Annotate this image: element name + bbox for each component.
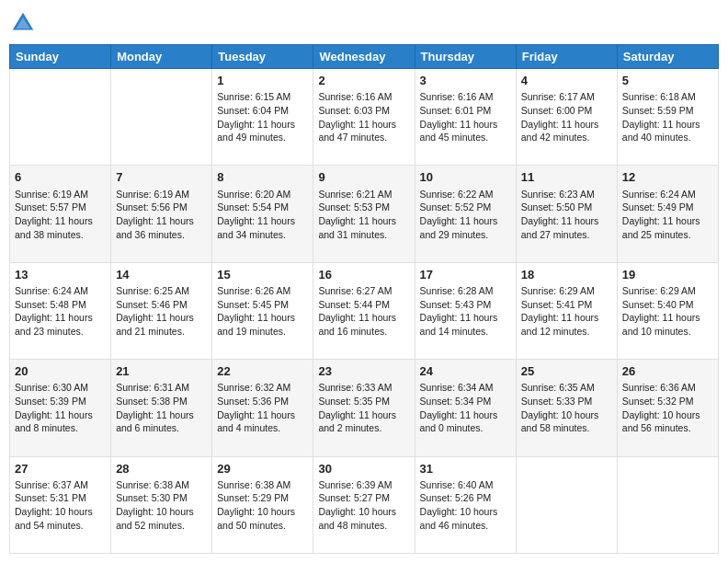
calendar-cell bbox=[617, 456, 718, 553]
day-number: 14 bbox=[116, 267, 207, 283]
sunset-text: Sunset: 5:27 PM bbox=[318, 492, 390, 503]
daylight-text: Daylight: 11 hours and 47 minutes. bbox=[318, 119, 396, 144]
daylight-text: Daylight: 11 hours and 40 minutes. bbox=[622, 119, 700, 144]
daylight-text: Daylight: 11 hours and 19 minutes. bbox=[217, 312, 295, 337]
calendar-header-row: SundayMondayTuesdayWednesdayThursdayFrid… bbox=[10, 45, 719, 69]
calendar-week-row: 6Sunrise: 6:19 AMSunset: 5:57 PMDaylight… bbox=[10, 166, 719, 262]
day-number: 20 bbox=[15, 363, 106, 380]
sunrise-text: Sunrise: 6:25 AM bbox=[116, 285, 189, 296]
sunrise-text: Sunrise: 6:38 AM bbox=[116, 479, 189, 490]
day-number: 27 bbox=[15, 461, 106, 477]
sunrise-text: Sunrise: 6:33 AM bbox=[318, 382, 392, 393]
logo bbox=[9, 9, 40, 37]
sunrise-text: Sunrise: 6:36 AM bbox=[622, 382, 696, 393]
sunrise-text: Sunrise: 6:24 AM bbox=[15, 285, 88, 296]
sunset-text: Sunset: 5:45 PM bbox=[217, 299, 289, 310]
daylight-text: Daylight: 11 hours and 8 minutes. bbox=[15, 409, 93, 434]
calendar-cell: 15Sunrise: 6:26 AMSunset: 5:45 PMDayligh… bbox=[212, 262, 313, 359]
sunset-text: Sunset: 5:54 PM bbox=[217, 201, 289, 213]
daylight-text: Daylight: 11 hours and 49 minutes. bbox=[217, 119, 295, 144]
day-number: 11 bbox=[521, 169, 612, 186]
calendar-cell: 21Sunrise: 6:31 AMSunset: 5:38 PMDayligh… bbox=[111, 360, 212, 456]
sunset-text: Sunset: 5:35 PM bbox=[318, 396, 390, 407]
daylight-text: Daylight: 11 hours and 6 minutes. bbox=[116, 409, 194, 434]
sunset-text: Sunset: 6:04 PM bbox=[217, 105, 289, 116]
calendar-cell: 29Sunrise: 6:38 AMSunset: 5:29 PMDayligh… bbox=[212, 456, 313, 553]
daylight-text: Daylight: 11 hours and 34 minutes. bbox=[217, 215, 295, 240]
daylight-text: Daylight: 11 hours and 12 minutes. bbox=[521, 312, 599, 337]
daylight-text: Daylight: 11 hours and 10 minutes. bbox=[622, 312, 700, 337]
sunrise-text: Sunrise: 6:28 AM bbox=[420, 285, 494, 296]
sunset-text: Sunset: 5:39 PM bbox=[15, 396, 86, 407]
daylight-text: Daylight: 11 hours and 29 minutes. bbox=[420, 215, 498, 240]
weekday-header: Tuesday bbox=[212, 45, 313, 69]
calendar-week-row: 20Sunrise: 6:30 AMSunset: 5:39 PMDayligh… bbox=[10, 360, 719, 456]
sunset-text: Sunset: 5:49 PM bbox=[622, 201, 694, 213]
calendar-cell: 18Sunrise: 6:29 AMSunset: 5:41 PMDayligh… bbox=[516, 262, 617, 359]
sunset-text: Sunset: 5:41 PM bbox=[521, 299, 593, 310]
sunset-text: Sunset: 5:53 PM bbox=[318, 201, 390, 213]
sunset-text: Sunset: 5:59 PM bbox=[622, 105, 694, 116]
sunrise-text: Sunrise: 6:30 AM bbox=[15, 382, 88, 393]
logo-icon bbox=[9, 9, 37, 37]
daylight-text: Daylight: 11 hours and 31 minutes. bbox=[318, 215, 396, 240]
day-number: 3 bbox=[420, 73, 511, 89]
sunrise-text: Sunrise: 6:29 AM bbox=[622, 285, 696, 296]
calendar-week-row: 27Sunrise: 6:37 AMSunset: 5:31 PMDayligh… bbox=[10, 456, 719, 553]
daylight-text: Daylight: 10 hours and 52 minutes. bbox=[116, 506, 194, 531]
sunrise-text: Sunrise: 6:16 AM bbox=[318, 91, 392, 102]
calendar-cell: 2Sunrise: 6:16 AMSunset: 6:03 PMDaylight… bbox=[313, 69, 415, 166]
calendar-cell: 26Sunrise: 6:36 AMSunset: 5:32 PMDayligh… bbox=[617, 360, 718, 456]
sunrise-text: Sunrise: 6:17 AM bbox=[521, 91, 595, 102]
weekday-header: Thursday bbox=[415, 45, 516, 69]
day-number: 22 bbox=[217, 363, 308, 380]
day-number: 26 bbox=[622, 363, 713, 380]
sunrise-text: Sunrise: 6:27 AM bbox=[318, 285, 392, 296]
calendar-cell bbox=[516, 456, 617, 553]
weekday-header: Saturday bbox=[617, 45, 718, 69]
sunrise-text: Sunrise: 6:21 AM bbox=[318, 189, 392, 200]
day-number: 31 bbox=[420, 461, 511, 477]
day-number: 6 bbox=[15, 169, 106, 186]
sunset-text: Sunset: 5:40 PM bbox=[622, 299, 694, 310]
calendar-cell: 16Sunrise: 6:27 AMSunset: 5:44 PMDayligh… bbox=[313, 262, 415, 359]
sunrise-text: Sunrise: 6:40 AM bbox=[420, 479, 494, 490]
sunrise-text: Sunrise: 6:38 AM bbox=[217, 479, 290, 490]
calendar-cell: 11Sunrise: 6:23 AMSunset: 5:50 PMDayligh… bbox=[516, 166, 617, 262]
day-number: 17 bbox=[420, 267, 511, 283]
calendar-cell bbox=[111, 69, 212, 166]
sunset-text: Sunset: 5:43 PM bbox=[420, 299, 492, 310]
calendar-cell: 17Sunrise: 6:28 AMSunset: 5:43 PMDayligh… bbox=[415, 262, 516, 359]
day-number: 1 bbox=[217, 73, 308, 89]
sunset-text: Sunset: 5:26 PM bbox=[420, 492, 492, 503]
daylight-text: Daylight: 10 hours and 58 minutes. bbox=[521, 409, 599, 434]
sunrise-text: Sunrise: 6:16 AM bbox=[420, 91, 494, 102]
day-number: 2 bbox=[318, 73, 409, 89]
sunset-text: Sunset: 5:48 PM bbox=[15, 299, 86, 310]
day-number: 18 bbox=[521, 267, 612, 283]
calendar-cell: 6Sunrise: 6:19 AMSunset: 5:57 PMDaylight… bbox=[10, 166, 111, 262]
sunset-text: Sunset: 5:46 PM bbox=[116, 299, 188, 310]
sunrise-text: Sunrise: 6:35 AM bbox=[521, 382, 595, 393]
sunset-text: Sunset: 5:34 PM bbox=[420, 396, 492, 407]
weekday-header: Friday bbox=[516, 45, 617, 69]
daylight-text: Daylight: 11 hours and 36 minutes. bbox=[116, 215, 194, 240]
daylight-text: Daylight: 11 hours and 2 minutes. bbox=[318, 409, 396, 434]
sunrise-text: Sunrise: 6:34 AM bbox=[420, 382, 494, 393]
calendar-cell: 24Sunrise: 6:34 AMSunset: 5:34 PMDayligh… bbox=[415, 360, 516, 456]
calendar-cell: 28Sunrise: 6:38 AMSunset: 5:30 PMDayligh… bbox=[111, 456, 212, 553]
sunset-text: Sunset: 5:36 PM bbox=[217, 396, 289, 407]
sunrise-text: Sunrise: 6:26 AM bbox=[217, 285, 290, 296]
daylight-text: Daylight: 11 hours and 14 minutes. bbox=[420, 312, 498, 337]
daylight-text: Daylight: 10 hours and 48 minutes. bbox=[318, 506, 396, 531]
day-number: 29 bbox=[217, 461, 308, 477]
calendar-cell: 27Sunrise: 6:37 AMSunset: 5:31 PMDayligh… bbox=[10, 456, 111, 553]
day-number: 9 bbox=[318, 169, 409, 186]
sunrise-text: Sunrise: 6:19 AM bbox=[116, 189, 189, 200]
daylight-text: Daylight: 11 hours and 45 minutes. bbox=[420, 119, 498, 144]
daylight-text: Daylight: 10 hours and 56 minutes. bbox=[622, 409, 700, 434]
day-number: 10 bbox=[420, 169, 511, 186]
calendar-cell: 4Sunrise: 6:17 AMSunset: 6:00 PMDaylight… bbox=[516, 69, 617, 166]
sunrise-text: Sunrise: 6:32 AM bbox=[217, 382, 290, 393]
calendar-cell bbox=[10, 69, 111, 166]
